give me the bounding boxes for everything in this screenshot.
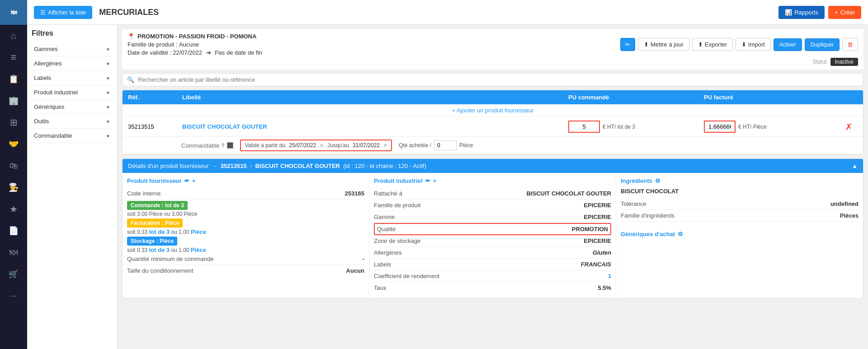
facturation-info: soit 0.33 lot de 3 ou 1.00 Pièce [127, 228, 364, 235]
sidebar-item-doc[interactable] [0, 220, 27, 242]
activer-button[interactable]: Activer [774, 38, 802, 51]
exporter-button[interactable]: ⬆ Exporter [692, 38, 733, 51]
gear-generiques-icon[interactable]: ⚙ [678, 231, 683, 237]
sidebar-item-star[interactable] [0, 198, 27, 220]
sidebar-item-more[interactable] [0, 285, 27, 307]
rapports-label: Rapports [794, 9, 818, 16]
detail-col-ingredients: Ingrédients ⚙ BISCUIT CHOCOLAT Tolérance… [616, 173, 863, 298]
creer-button[interactable]: + Créer [828, 6, 861, 19]
chevron-down-icon [106, 103, 110, 110]
date-from-clear[interactable]: ✕ [320, 143, 324, 149]
filter-labels[interactable]: Labels [32, 71, 113, 85]
piece-link[interactable]: Pièce [191, 228, 206, 235]
commandable-label: Commandable ? [181, 142, 224, 149]
piece-link2[interactable]: Pièce [191, 247, 206, 253]
chevron-down-icon [106, 46, 110, 52]
sidebar-item-plate[interactable] [0, 242, 27, 263]
commande-info: soit 3.00 Pièce ou 3.00 Pièce [127, 211, 364, 217]
product-name-link[interactable]: BISCUIT CHOCOLAT GOUTER [182, 123, 568, 130]
industriel-title: Produit industriel ✏ + [374, 177, 611, 184]
detail-body: Produit fournisseur ✏ + Code interne 253… [123, 173, 863, 298]
import-button[interactable]: ⬇ Import [736, 38, 771, 51]
pu-facture-input[interactable] [704, 121, 736, 133]
date-to: Pas de date de fin [215, 49, 262, 56]
rapports-button[interactable]: 📊 Rapports [778, 6, 825, 19]
status-badge: Inactive [830, 58, 858, 66]
sidebar-item-note[interactable] [0, 68, 27, 90]
filter-generiques[interactable]: Génériques [32, 100, 113, 114]
filter-commandable[interactable]: Commandable [32, 129, 113, 143]
qte-input[interactable] [434, 140, 457, 150]
edit-button[interactable]: ✏ [620, 38, 635, 51]
labels-row: Labels FRANCAIS [374, 259, 611, 270]
afficher-liste-button[interactable]: ☰ Afficher la liste [34, 6, 92, 19]
edit-fournisseur-icon[interactable]: ✏ [184, 177, 189, 184]
gamme-row: Gamme EPICERIE [374, 211, 611, 223]
sidebar-item-building[interactable] [0, 90, 27, 112]
sidebar-item-table[interactable] [0, 112, 27, 133]
detail-header: Détails d'un produit fournisseur - 35213… [123, 159, 863, 173]
pu-commande-unit: € HT/ lot de 3 [603, 124, 635, 130]
table-header: Réf. Libellé PU commandé PU facturé [123, 90, 863, 104]
record-title-row: 📍 PROMOTION - PASSION FROID - POMONA Fam… [127, 33, 858, 56]
ingredients-name: BISCUIT CHOCOLAT [621, 188, 859, 195]
qualite-row: Qualité PROMOTION [374, 223, 611, 235]
pu-facture-unit: € HT/ Pièce [738, 124, 767, 130]
export-icon: ⬆ [698, 41, 703, 48]
search-input[interactable] [138, 76, 859, 83]
generiques-title: Génériques d'achat ⚙ [621, 231, 859, 237]
creer-label: Créer [840, 9, 855, 16]
commande-badge-row: Commande : lot de 3 [127, 202, 364, 209]
filter-gammes[interactable]: Gammes [32, 42, 113, 56]
qte-unit: Pièce [459, 142, 473, 149]
add-industriel-icon[interactable]: + [433, 177, 437, 184]
sidebar-item-list[interactable] [0, 47, 27, 68]
sidebar-item-chef[interactable] [0, 177, 27, 198]
app-logo: 🍽 [0, 0, 27, 25]
lot3-link[interactable]: lot de 3 [149, 228, 170, 235]
filter-produit-industriel[interactable]: Produit industriel [32, 85, 113, 100]
commandable-checkbox[interactable] [227, 142, 233, 149]
date-to-clear[interactable]: ✕ [383, 143, 387, 149]
tolerance-row: Tolérance undefined [621, 198, 859, 210]
detail-section: Détails d'un produit fournisseur - 35213… [122, 158, 863, 298]
filter-allergenes[interactable]: Allergènes [32, 56, 113, 71]
chevron-down-icon [106, 74, 110, 81]
mettre-a-jour-button[interactable]: ⬆ Mettre à jour [638, 38, 689, 51]
sidebar-item-cart[interactable] [0, 263, 27, 285]
filter-title: Filtres [32, 29, 113, 37]
chevron-down-icon [106, 60, 110, 67]
plus-icon: + [835, 9, 838, 16]
gear-icon[interactable]: ⚙ [655, 177, 660, 184]
facturation-badge: Facturation : Pièce [127, 219, 183, 228]
sidebar-item-home[interactable] [0, 25, 27, 47]
famille-value: Aucune [179, 41, 199, 48]
import-icon: ⬇ [741, 41, 746, 48]
content-area: Filtres Gammes Allergènes Labels Produit… [27, 25, 868, 349]
fournisseur-title: Produit fournisseur ✏ + [127, 177, 364, 184]
sidebar-item-bag[interactable] [0, 155, 27, 177]
valide-label: Valide à partir du [245, 142, 285, 149]
date-range-block: Valide à partir du 25/07/2022 ✕ Jusqu'au… [240, 140, 392, 151]
lot3-link2[interactable]: lot de 3 [149, 247, 170, 253]
delete-row-button[interactable]: ✗ [840, 121, 858, 132]
allergenes-row: Allergènes Gluten [374, 247, 611, 259]
filter-outils[interactable]: Outils [32, 114, 113, 129]
chevron-up-icon[interactable]: ▲ [852, 163, 858, 169]
record-actions: ✏ ⬆ Mettre à jour ⬆ Exporter ⬇ Import [620, 38, 858, 51]
add-fournisseur-icon[interactable]: + [192, 177, 196, 184]
stockage-info: soit 0.33 lot de 3 ou 1.00 Pièce [127, 247, 364, 253]
filter-panel: Filtres Gammes Allergènes Labels Produit… [27, 25, 118, 349]
edit-industriel-icon[interactable]: ✏ [425, 177, 430, 184]
add-product-button[interactable]: + Ajouter un produit fournisseur [123, 104, 863, 117]
delete-button[interactable]: 🗑 [842, 38, 858, 51]
stockage-badge-row: Stockage : Pièce [127, 237, 364, 244]
product-ref: 35213515 [128, 123, 182, 130]
sidebar-item-hand[interactable] [0, 133, 27, 155]
pu-facture-cell: € HT/ Pièce [704, 121, 840, 133]
dupliquer-button[interactable]: Dupliquer [805, 38, 840, 51]
status-label: Statut [812, 59, 826, 65]
pu-commande-input[interactable] [568, 121, 600, 133]
taille-row: Taille du conditionnement Aucun [127, 265, 364, 276]
detail-header-title: Détails d'un produit fournisseur - 35213… [128, 163, 426, 169]
